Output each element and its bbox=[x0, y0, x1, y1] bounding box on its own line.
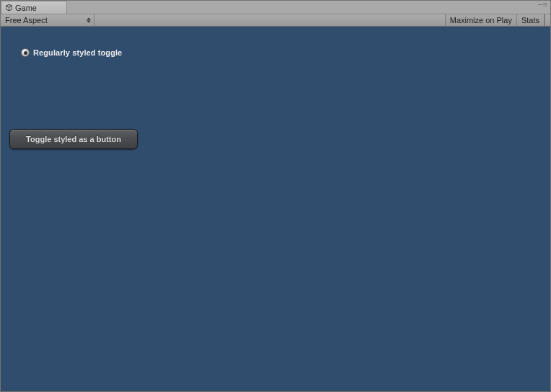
toolbar-end bbox=[545, 14, 550, 26]
updown-arrows-icon bbox=[87, 18, 91, 23]
stats-label: Stats bbox=[521, 16, 539, 24]
toggle-radio-icon bbox=[21, 48, 30, 57]
tab-bar: Game bbox=[1, 1, 550, 14]
tab-game[interactable]: Game bbox=[1, 1, 67, 14]
regular-toggle-label: Regularly styled toggle bbox=[33, 48, 122, 57]
aspect-ratio-label: Free Aspect bbox=[5, 16, 48, 24]
regular-toggle[interactable]: Regularly styled toggle bbox=[21, 48, 122, 57]
unity-logo-icon bbox=[4, 4, 13, 12]
tab-title: Game bbox=[15, 4, 37, 12]
aspect-ratio-dropdown[interactable]: Free Aspect bbox=[1, 14, 94, 26]
button-toggle-label: Toggle styled as a button bbox=[26, 135, 121, 143]
maximize-on-play-button[interactable]: Maximize on Play bbox=[445, 14, 517, 26]
toolbar-spacer bbox=[94, 14, 446, 26]
game-toolbar: Free Aspect Maximize on Play Stats bbox=[1, 14, 550, 27]
button-styled-toggle[interactable]: Toggle styled as a button bbox=[9, 129, 138, 149]
game-view-area: Regularly styled toggle Toggle styled as… bbox=[1, 27, 550, 391]
panel-menu-icon[interactable] bbox=[538, 3, 547, 6]
stats-button[interactable]: Stats bbox=[516, 14, 545, 26]
maximize-label: Maximize on Play bbox=[450, 16, 512, 24]
